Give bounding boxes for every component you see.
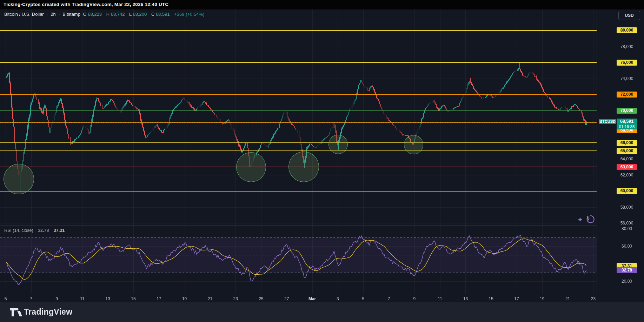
price-label-76000[interactable]: 76,000 [617, 60, 637, 66]
currency-toggle-button[interactable]: USD [618, 11, 640, 20]
level-line-80000[interactable] [0, 30, 597, 31]
time-axis-label-23[interactable]: 23 [228, 296, 243, 301]
time-axis-label-15[interactable]: 15 [126, 296, 141, 301]
circle-annotation-4[interactable] [328, 135, 348, 154]
time-axis-label-19[interactable]: 19 [535, 296, 550, 301]
time-axis-label-27[interactable]: 27 [279, 296, 294, 301]
circle-annotation-1[interactable] [4, 164, 34, 194]
time-axis-label-9[interactable]: 9 [407, 296, 422, 301]
level-line-68500[interactable] [0, 122, 597, 123]
level-line-76000[interactable] [0, 62, 597, 63]
price-label-63000[interactable]: 63,000 [617, 164, 637, 170]
time-axis-label-15[interactable]: 15 [483, 296, 499, 301]
time-axis-border[interactable] [0, 294, 644, 294]
time-axis-label-11[interactable]: 11 [432, 296, 448, 301]
price-line-symbol-tag: BTCUSD [599, 119, 616, 124]
bar-countdown: 01:19:35 [617, 124, 637, 129]
close-label: C [151, 12, 154, 17]
time-axis-label-21[interactable]: 21 [560, 296, 576, 301]
time-axis-label-23[interactable]: 23 [585, 296, 601, 301]
price-axis-label-78000[interactable]: 78,000 [617, 44, 637, 49]
circle-annotation-3[interactable] [288, 152, 319, 182]
price-axis-label-62000[interactable]: 62,000 [617, 172, 637, 178]
price-axis-label-64000[interactable]: 64,000 [617, 156, 637, 162]
price-label-66000[interactable]: 66,000 [617, 140, 637, 146]
open-value: 68,223 [88, 12, 102, 17]
exchange-label: Bitstamp [62, 12, 80, 17]
price-label-60000[interactable]: 60,000 [617, 188, 637, 194]
circle-annotation-5[interactable] [404, 135, 423, 154]
rsi-axis-label-80[interactable]: 80.00 [617, 226, 637, 232]
rsi-legend[interactable]: RSI (14, close) 32.78 37.31 [4, 228, 66, 233]
level-line-66000[interactable] [0, 142, 597, 143]
price-label-80000[interactable]: 80,000 [617, 27, 637, 33]
price-label-72000[interactable]: 72,000 [617, 92, 637, 98]
rsi-axis-label-20[interactable]: 20.00 [617, 279, 637, 284]
footer-bar: TradingView [0, 302, 644, 322]
time-axis-label-5[interactable]: 5 [356, 296, 371, 301]
time-axis-label-9[interactable]: 9 [49, 296, 65, 301]
price-label-65000[interactable]: 65,000 [617, 148, 637, 154]
time-axis-label-13[interactable]: 13 [100, 296, 115, 301]
time-axis-label-11[interactable]: 11 [74, 296, 90, 301]
time-axis-label-5[interactable]: 5 [0, 296, 13, 301]
rsi-value-label: 32.78 [617, 267, 637, 273]
price-label-70000[interactable]: 70,000 [617, 108, 637, 114]
rsi-title[interactable]: RSI (14, close) [4, 228, 33, 233]
current-price-value: 68,591 [617, 119, 637, 124]
watermark-title: Ticking-Cryptos created with TradingView… [4, 2, 168, 7]
symbol-name[interactable]: Bitcoin / U.S. Dollar [4, 12, 44, 17]
time-axis-label-19[interactable]: 19 [177, 296, 192, 301]
price-axis-label-74000[interactable]: 74,000 [617, 76, 637, 81]
level-line-65000[interactable] [0, 150, 597, 151]
candlestick-chart-canvas[interactable] [0, 0, 644, 322]
tradingview-logo-icon[interactable] [9, 308, 22, 317]
circle-annotation-2[interactable] [236, 152, 266, 182]
time-axis-label-7[interactable]: 7 [24, 296, 39, 301]
high-value: 68,742 [111, 12, 125, 17]
low-label: L [129, 12, 132, 17]
time-axis-label-17[interactable]: 17 [151, 296, 167, 301]
time-axis-label-25[interactable]: 25 [253, 296, 269, 301]
symbol-legend[interactable]: Bitcoin / U.S. Dollar · 2h · Bitstamp O … [4, 12, 206, 17]
time-axis-label-3[interactable]: 3 [330, 296, 345, 301]
pane-separator[interactable] [0, 225, 597, 226]
open-label: O [83, 12, 87, 17]
rsi-value: 32.78 [38, 228, 49, 233]
title-bar: Ticking-Cryptos created with TradingView… [0, 0, 644, 9]
time-axis-label-7[interactable]: 7 [381, 296, 397, 301]
rsi-ma-value: 37.31 [54, 228, 65, 233]
time-axis-label-21[interactable]: 21 [202, 296, 218, 301]
low-value: 68,200 [133, 12, 147, 17]
time-axis-label-17[interactable]: 17 [509, 296, 524, 301]
level-line-70000[interactable] [0, 110, 597, 111]
tradingview-chart-window: Ticking-Cryptos created with TradingView… [0, 0, 644, 322]
price-axis-border[interactable] [597, 9, 597, 294]
price-axis-label-58000[interactable]: 58,000 [617, 204, 637, 210]
current-price-label: 68,591 01:19:35 [617, 119, 637, 129]
close-value: 68,591 [156, 12, 170, 17]
level-line-60000[interactable] [0, 191, 597, 192]
tradingview-brand-text[interactable]: TradingView [24, 307, 72, 317]
change-value: +369 (+0.54%) [174, 12, 204, 17]
price-axis-label-56000[interactable]: 56,000 [617, 220, 637, 226]
current-price-line[interactable] [0, 122, 597, 122]
auto-refresh-icon[interactable] [577, 213, 595, 225]
high-label: H [106, 12, 109, 17]
interval-label[interactable]: 2h [51, 12, 55, 17]
level-line-72000[interactable] [0, 94, 597, 95]
time-axis-label-13[interactable]: 13 [458, 296, 473, 301]
rsi-axis-label-60[interactable]: 60.00 [617, 243, 637, 249]
time-axis-label-Mar[interactable]: Mar [305, 296, 320, 301]
